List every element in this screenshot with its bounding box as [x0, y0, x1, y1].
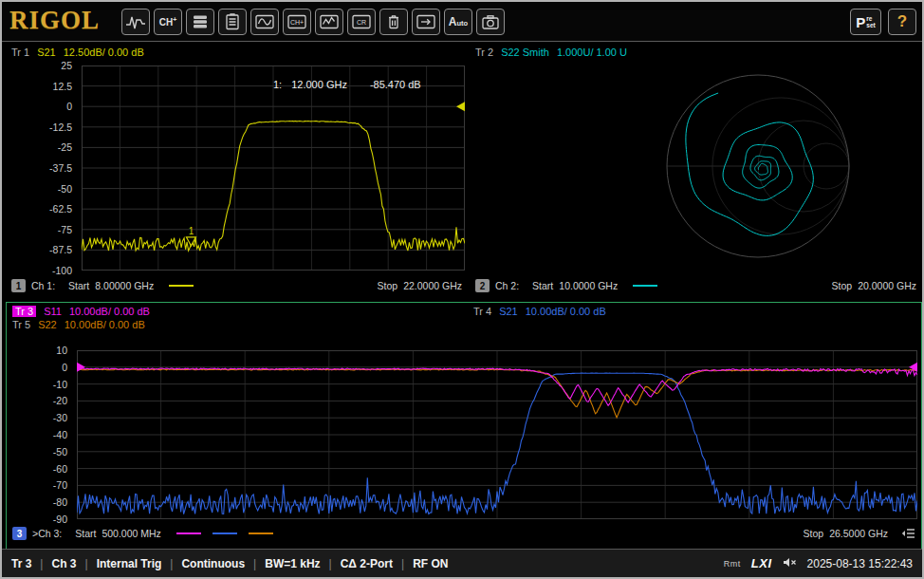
trace-5-header[interactable]: Tr 5 S22 10.00dB/ 0.00 dB — [12, 319, 145, 330]
y-axis-tick: -30 — [9, 412, 67, 423]
status-items: Tr 3|Ch 3|Internal Trig|Continuous|BW=1 … — [11, 557, 448, 570]
y-axis-tick: 25 — [13, 60, 72, 71]
ch1-start-label: Start — [68, 280, 89, 291]
trace-3-header[interactable]: Tr 3 S11 10.00dB/ 0.00 dB — [12, 306, 150, 317]
ch2-start-value[interactable]: 10.0000 GHz — [559, 280, 618, 291]
ch1-stop-label: Stop — [378, 280, 398, 291]
ch-plus-icon: CH+ — [159, 16, 177, 28]
trace-4-line-sample — [213, 532, 237, 534]
auto-scale-button[interactable]: Auto — [444, 9, 472, 35]
y-axis-tick: -50 — [9, 446, 67, 458]
help-button[interactable]: ? — [888, 9, 916, 35]
layers-icon — [190, 13, 211, 30]
reference-level-marker — [77, 363, 85, 372]
add-channel-button[interactable]: CH+ — [154, 9, 182, 35]
window-arrow-icon — [416, 13, 436, 30]
help-icon: ? — [897, 12, 907, 31]
channel-2-badge[interactable]: 2 — [475, 279, 490, 292]
ch2-smith-svg — [663, 71, 853, 261]
trace-4-header[interactable]: Tr 4 S21 10.00dB/ 0.00 dB — [473, 306, 606, 317]
ch3-stop-value[interactable]: 26.5000 GHz — [829, 528, 888, 539]
trace-1-scale: 12.50dB/ 0.00 dB — [64, 47, 144, 58]
window-ch-label: CH+ — [290, 19, 304, 26]
lxi-indicator[interactable]: LXI — [751, 556, 772, 570]
window-ch-plus-icon: CH+ — [286, 13, 307, 30]
meas-button[interactable] — [121, 9, 150, 35]
marker-frequency: 12.000 GHz — [291, 79, 347, 90]
toolbar: RIGOL CH+ CH+ CR — [2, 2, 922, 42]
status-item[interactable]: BW=1 kHz — [265, 557, 320, 570]
window-waveform-icon — [254, 13, 275, 30]
y-axis-tick: -60 — [9, 463, 67, 475]
add-channel-window-button[interactable]: CH+ — [283, 9, 311, 35]
ch3-rect-svg — [77, 350, 917, 519]
layout-button[interactable] — [186, 9, 214, 35]
y-axis-tick: -12.5 — [13, 121, 72, 133]
trace-2-scale: 1.000U/ 1.00 U — [557, 47, 627, 58]
ch1-rect-svg: 1 — [82, 65, 465, 271]
y-axis-tick: -80 — [9, 496, 67, 508]
ch1-plot-area: 1 — [82, 65, 465, 271]
y-axis-tick: -100 — [13, 265, 72, 276]
status-item[interactable]: Continuous — [181, 557, 245, 570]
trace-3-scale: 10.00dB/ 0.00 dB — [69, 306, 150, 317]
ch1-stop-value[interactable]: 22.0000 GHz — [403, 280, 462, 291]
ch3-start-value[interactable]: 500.000 MHz — [102, 528, 160, 539]
recall-button[interactable] — [412, 9, 440, 35]
trace-2-header[interactable]: Tr 2 S22 Smith 1.000U/ 1.00 U — [475, 47, 627, 58]
cal-button[interactable]: CR — [347, 9, 376, 35]
trace-3-label[interactable]: Tr 3 — [12, 306, 36, 317]
channel-1-panel: Tr 1 S21 12.50dB/ 0.00 dB 2512.50-12.5-2… — [6, 45, 468, 299]
trace-3-line-sample — [176, 532, 201, 534]
trace-5-param: S22 — [38, 319, 57, 330]
y-axis-tick: 0 — [13, 101, 72, 112]
measure-setup-button[interactable] — [218, 9, 247, 35]
status-item[interactable]: Tr 3 — [11, 557, 31, 570]
y-axis-tick: 10 — [9, 345, 67, 356]
ch3-label: >Ch 3: — [32, 528, 62, 539]
status-item[interactable]: RF ON — [413, 557, 448, 570]
channel-1-badge[interactable]: 1 — [11, 279, 26, 292]
status-item[interactable]: Internal Trig — [97, 557, 162, 570]
smith-trace-s22 — [686, 93, 813, 235]
marker-value: -85.470 dB — [370, 79, 421, 90]
y-axis-tick: -25 — [13, 141, 72, 153]
trash-icon — [383, 13, 404, 30]
trace-setup-button[interactable] — [315, 9, 343, 35]
ch2-stop-label: Stop — [832, 280, 853, 291]
status-separator: | — [40, 557, 43, 570]
channel-3-badge[interactable]: 3 — [12, 527, 27, 540]
trace-1-line-sample — [169, 285, 194, 287]
trace-5-label: Tr 5 — [12, 319, 30, 330]
status-separator: | — [329, 557, 332, 570]
rigol-logo: RIGOL — [9, 6, 100, 35]
channel-2-panel: Tr 2 S22 Smith 1.000U/ 1.00 U 2 Ch 2: St… — [470, 45, 922, 299]
status-item[interactable]: Ch 3 — [51, 557, 76, 570]
status-separator: | — [85, 557, 88, 570]
add-trace-button[interactable] — [250, 9, 279, 35]
window-cr-icon: CR — [351, 13, 372, 30]
y-axis-tick: 12.5 — [13, 81, 72, 92]
delete-button[interactable] — [379, 9, 408, 35]
screenshot-button[interactable] — [476, 9, 505, 35]
clipboard-icon — [222, 13, 243, 30]
trace-1-header[interactable]: Tr 1 S21 12.50dB/ 0.00 dB — [11, 47, 144, 58]
preset-button[interactable]: P reset — [850, 9, 881, 35]
collapse-menu-icon[interactable] — [901, 528, 915, 539]
status-separator: | — [253, 557, 256, 570]
ch1-start-value[interactable]: 8.00000 GHz — [95, 280, 154, 291]
trace-2-line-sample — [633, 285, 657, 287]
ch3-plot-area — [77, 350, 917, 519]
ch3-start-label: Start — [75, 528, 96, 539]
toolbar-right: P reset ? — [850, 9, 916, 35]
vna-screen: RIGOL CH+ CH+ CR — [0, 0, 924, 579]
datetime: 2025-08-13 15:22:43 — [807, 557, 913, 570]
status-separator: | — [170, 557, 173, 570]
trace-4-scale: 10.00dB/ 0.00 dB — [526, 306, 606, 317]
status-item[interactable]: CΔ 2-Port — [341, 557, 393, 570]
remote-indicator: Rmt — [724, 559, 741, 569]
status-bar: Tr 3|Ch 3|Internal Trig|Continuous|BW=1 … — [2, 549, 922, 577]
speaker-muted-icon[interactable] — [783, 555, 797, 572]
ch2-stop-value[interactable]: 20.0000 GHz — [858, 280, 916, 291]
ch2-start-label: Start — [532, 280, 553, 291]
